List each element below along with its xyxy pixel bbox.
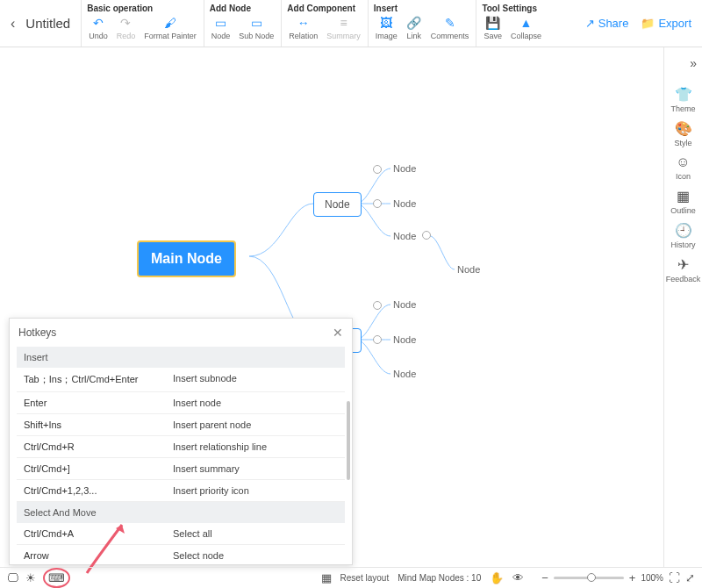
leaf-node[interactable]: Node xyxy=(393,231,416,241)
side-outline[interactable]: ▦Outline xyxy=(666,184,701,219)
hotkey-section: Select And Move xyxy=(17,502,345,523)
sub-node-button[interactable]: ▭Sub Node xyxy=(237,15,276,40)
side-style[interactable]: 🎨Style xyxy=(666,117,701,151)
relation-button[interactable]: ↔Relation xyxy=(287,15,319,40)
image-icon: 🖼 xyxy=(378,15,394,31)
keyboard-icon[interactable]: ⌨ xyxy=(43,568,70,588)
undo-button[interactable]: ↶Undo xyxy=(87,15,110,40)
hotkey-row: Ctrl/Cmd+1,2,3...Insert priority icon xyxy=(17,480,345,502)
sub-node-icon: ▭ xyxy=(248,15,264,31)
hotkey-row: Shift+InsInsert parent node xyxy=(17,414,345,436)
history-icon: 🕘 xyxy=(675,222,692,239)
leaf-node[interactable]: Node xyxy=(393,369,416,379)
leaf-node[interactable]: Node xyxy=(393,163,416,174)
hotkey-section: Insert xyxy=(17,347,345,368)
zoom-slider[interactable] xyxy=(554,577,624,579)
back-icon[interactable]: ‹ xyxy=(11,16,15,32)
collapse-sidepanel-icon[interactable]: » xyxy=(684,51,702,75)
leaf-node[interactable]: Node xyxy=(393,299,416,310)
redo-button: ↷Redo xyxy=(115,15,138,40)
summary-icon: ≡ xyxy=(336,15,352,31)
comments-icon: ✎ xyxy=(442,15,458,31)
hotkey-row: EnterInsert node xyxy=(17,392,345,414)
expand-icon[interactable] xyxy=(373,199,382,208)
style-icon: 🎨 xyxy=(675,120,692,137)
zoom-level: 100% xyxy=(641,573,663,583)
format-painter-button[interactable]: 🖌Format Painter xyxy=(142,15,198,40)
scrollbar[interactable] xyxy=(347,401,350,480)
link-icon: 🔗 xyxy=(406,15,422,31)
node-icon: ▭ xyxy=(213,15,229,31)
share-icon: ↗ xyxy=(585,17,595,30)
doc-title[interactable]: Untitled xyxy=(25,16,70,31)
side-icon[interactable]: ☺Icon xyxy=(666,151,701,184)
expand-icon[interactable] xyxy=(422,231,431,240)
hotkey-row: Ctrl/Cmd+RInsert relationship line xyxy=(17,436,345,458)
comments-button[interactable]: ✎Comments xyxy=(429,15,471,40)
node-button[interactable]: ▭Node xyxy=(210,15,233,40)
expand-icon[interactable] xyxy=(373,335,382,344)
collapse-icon: ▲ xyxy=(518,15,534,31)
nodes-label: Mind Map Nodes : 10 xyxy=(398,573,481,583)
summary-button: ≡Summary xyxy=(325,15,362,40)
pan-icon[interactable]: ✋ xyxy=(490,571,504,584)
redo-icon: ↷ xyxy=(118,15,133,31)
group-title: Basic operation xyxy=(87,4,198,13)
format-painter-icon: 🖌 xyxy=(162,15,178,31)
feedback-icon: ✈ xyxy=(677,256,689,273)
group-title: Insert xyxy=(374,4,471,13)
expand-icon[interactable] xyxy=(373,301,382,310)
eye-icon[interactable]: 👁 xyxy=(512,571,524,584)
display-icon[interactable]: 🖵 xyxy=(7,571,18,584)
hotkeys-panel: Hotkeys ✕ InsertTab；Ins；Ctrl/Cmd+EnterIn… xyxy=(9,318,353,565)
hotkey-row: Tab；Ins；Ctrl/Cmd+EnterInsert subnode xyxy=(17,368,345,392)
reset-layout-button[interactable]: Reset layout xyxy=(340,573,390,583)
group-title: Add Node xyxy=(210,4,276,13)
save-icon: 💾 xyxy=(485,15,501,31)
link-button[interactable]: 🔗Link xyxy=(405,15,424,40)
side-theme[interactable]: 👕Theme xyxy=(666,82,701,117)
export-icon: 📁 xyxy=(641,17,655,30)
zoom-out-button[interactable]: − xyxy=(541,571,548,584)
theme-icon: 👕 xyxy=(675,86,692,103)
leaf-node[interactable]: Node xyxy=(393,334,416,345)
share-button[interactable]: ↗Share xyxy=(585,17,629,30)
outline-icon: ▦ xyxy=(677,188,690,204)
fit-icon[interactable]: ⛶ xyxy=(669,571,680,584)
main-node[interactable]: Main Node xyxy=(137,240,236,277)
undo-icon: ↶ xyxy=(90,15,106,31)
hotkey-row: Ctrl/Cmd+ASelect all xyxy=(17,523,345,545)
leaf-node[interactable]: Node xyxy=(457,264,480,275)
side-history[interactable]: 🕘History xyxy=(666,219,701,253)
icon-icon: ☺ xyxy=(676,154,690,170)
hotkeys-title: Hotkeys xyxy=(18,326,56,339)
expand-icon[interactable] xyxy=(373,165,382,174)
leaf-node[interactable]: Node xyxy=(393,198,416,209)
hotkey-row: Ctrl/Cmd+]Insert summary xyxy=(17,458,345,480)
brightness-icon[interactable]: ☀ xyxy=(25,571,36,584)
collapse-button[interactable]: ▲Collapse xyxy=(509,15,543,40)
relation-icon: ↔ xyxy=(296,15,312,31)
group-title: Tool Settings xyxy=(482,4,543,13)
image-button[interactable]: 🖼Image xyxy=(374,15,399,40)
layout-icon[interactable]: ▦ xyxy=(321,571,332,584)
close-icon[interactable]: ✕ xyxy=(333,326,343,340)
fullscreen-icon[interactable]: ⤢ xyxy=(685,571,695,584)
zoom-in-button[interactable]: + xyxy=(629,571,636,584)
side-feedback[interactable]: ✈Feedback xyxy=(666,253,701,287)
save-button[interactable]: 💾Save xyxy=(482,15,504,40)
sub-node-1[interactable]: Node xyxy=(313,192,362,217)
group-title: Add Component xyxy=(287,4,362,13)
export-button[interactable]: 📁Export xyxy=(641,17,691,30)
hotkey-row: ArrowSelect node xyxy=(17,545,345,564)
